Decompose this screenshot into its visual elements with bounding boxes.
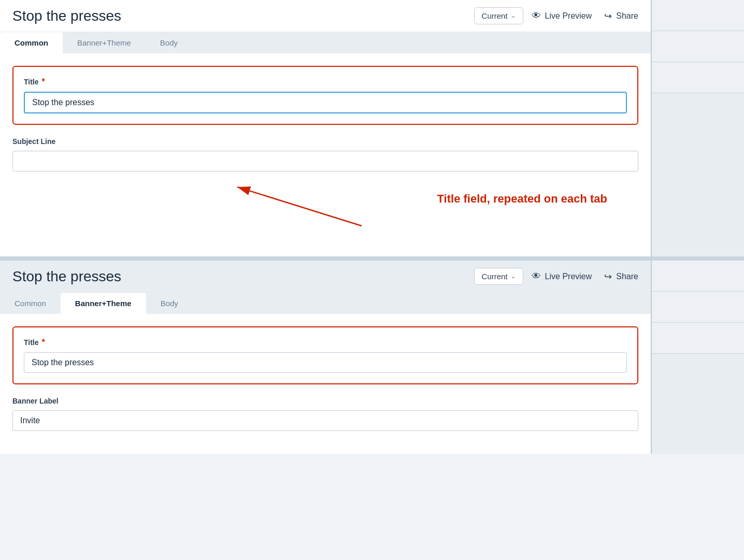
subject-input-1[interactable]: [12, 151, 638, 171]
share-icon-2: ↪: [604, 271, 612, 282]
required-star-2: *: [42, 338, 45, 347]
panel-2-content: Title * Banner Label: [0, 314, 651, 454]
page-title-2: Stop the presses: [12, 268, 466, 285]
title-section-1: Title *: [12, 66, 638, 125]
header-right-2: 👁 Live Preview ↪ Share: [532, 271, 638, 282]
version-label-2: Current: [482, 272, 508, 281]
required-star-1: *: [42, 77, 45, 87]
title-input-2[interactable]: [24, 352, 627, 373]
panel-1-sidebar: [651, 0, 744, 256]
panel-2-header: Stop the presses Current ⌄ 👁 Live Previe…: [0, 261, 651, 293]
sidebar-block-3: [652, 62, 744, 93]
page-title-1: Stop the presses: [12, 8, 466, 24]
banner-label-label: Banner Label: [12, 397, 638, 405]
chevron-down-icon-1: ⌄: [511, 12, 516, 19]
annotation-area: Title field, repeated on each tab: [12, 182, 638, 244]
share-label-2: Share: [616, 272, 638, 281]
share-button-1[interactable]: ↪ Share: [604, 10, 638, 22]
tab-common-1[interactable]: Common: [0, 32, 63, 53]
eye-icon-1: 👁: [532, 10, 541, 21]
tab-common-2[interactable]: Common: [0, 293, 61, 314]
tab-banner-theme-2[interactable]: Banner+Theme: [61, 293, 146, 314]
annotation-text: Title field, repeated on each tab: [437, 192, 607, 206]
sidebar-block-5: [652, 292, 744, 323]
live-preview-button-2[interactable]: 👁 Live Preview: [532, 271, 592, 282]
tab-banner-theme-1[interactable]: Banner+Theme: [63, 32, 146, 53]
share-label-1: Share: [616, 11, 638, 21]
live-preview-label-1: Live Preview: [545, 11, 592, 21]
panel-2-sidebar: [651, 261, 744, 454]
sidebar-block-2: [652, 31, 744, 62]
page-wrapper: Stop the presses Current ⌄ 👁 Live Previe…: [0, 0, 744, 454]
sidebar-block-4: [652, 261, 744, 292]
sidebar-block-1: [652, 0, 744, 31]
panel-1: Stop the presses Current ⌄ 👁 Live Previe…: [0, 0, 744, 256]
panel-2: Stop the presses Current ⌄ 👁 Live Previe…: [0, 261, 744, 454]
panel-2-main: Stop the presses Current ⌄ 👁 Live Previe…: [0, 261, 651, 454]
title-section-2: Title *: [12, 326, 638, 384]
live-preview-label-2: Live Preview: [545, 272, 592, 281]
panel-1-content: Title * Subject Line: [0, 53, 651, 256]
tab-bar-1: Common Banner+Theme Body: [0, 32, 651, 53]
banner-label-input[interactable]: [12, 410, 638, 431]
panel-1-main: Stop the presses Current ⌄ 👁 Live Previe…: [0, 0, 651, 256]
chevron-down-icon-2: ⌄: [511, 273, 516, 280]
subject-section-1: Subject Line: [12, 137, 638, 171]
version-dropdown-1[interactable]: Current ⌄: [474, 7, 523, 24]
tab-body-1[interactable]: Body: [146, 32, 192, 53]
title-label-1: Title *: [24, 77, 627, 87]
eye-icon-2: 👁: [532, 271, 541, 282]
panel-separator: [0, 256, 744, 261]
tab-body-2[interactable]: Body: [146, 293, 193, 314]
tab-bar-2: Common Banner+Theme Body: [0, 293, 651, 314]
version-label-1: Current: [482, 11, 508, 20]
share-icon-1: ↪: [604, 10, 612, 22]
banner-label-section: Banner Label: [12, 397, 638, 431]
live-preview-button-1[interactable]: 👁 Live Preview: [532, 10, 592, 21]
title-label-2: Title *: [24, 338, 627, 347]
annotation-arrow: [12, 182, 638, 244]
svg-line-1: [237, 187, 362, 226]
subject-label-1: Subject Line: [12, 137, 638, 146]
sidebar-block-6: [652, 323, 744, 354]
panel-1-header: Stop the presses Current ⌄ 👁 Live Previe…: [0, 0, 651, 32]
header-right-1: 👁 Live Preview ↪ Share: [532, 10, 638, 22]
share-button-2[interactable]: ↪ Share: [604, 271, 638, 282]
title-input-1[interactable]: [24, 92, 627, 113]
version-dropdown-2[interactable]: Current ⌄: [474, 268, 523, 285]
